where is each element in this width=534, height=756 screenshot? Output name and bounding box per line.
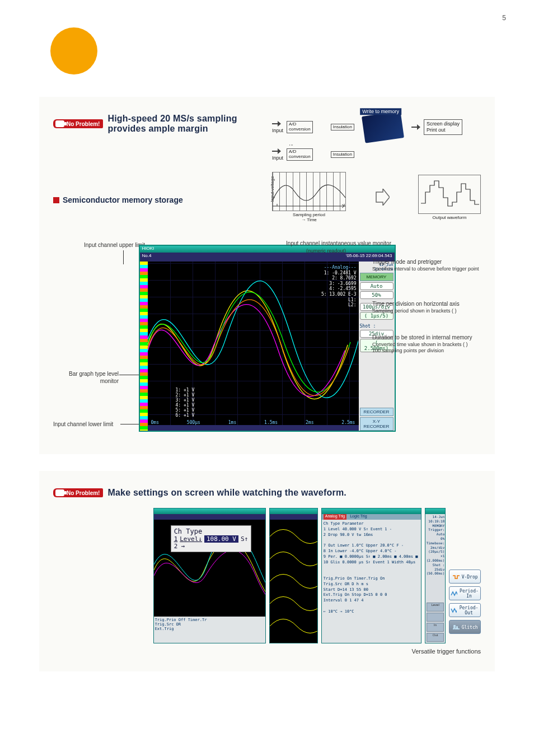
ss-analog-readout: ---Analog--- 1: -0.2481 V2: 8.76923: -3.… — [321, 265, 357, 308]
label-shot: Shot : — [360, 324, 394, 329]
ss-tab-recorder[interactable]: RECORDER — [360, 408, 394, 416]
label-input: Input — [272, 128, 283, 133]
square-bullet-icon — [53, 197, 59, 203]
ss-plot-area: ---Analog--- 1: -0.2481 V2: 8.76923: -3.… — [148, 262, 359, 432]
settings-shot-1: Trig.Prio Off Timer.TrTrig.Src ORExt.Tri… — [153, 508, 266, 643]
btn-period-out[interactable]: Period-Out — [449, 603, 481, 617]
arrow-icon — [272, 121, 281, 127]
anno-duration: Duration to be stored in internal memory… — [372, 334, 501, 354]
trigger-buttons: V-Drop Period-In Period-Out Glitch — [449, 570, 481, 634]
headline-settings: Make settings on screen while watching t… — [107, 488, 346, 498]
box-insulation: Insulation — [331, 151, 354, 158]
arrow-icon — [272, 148, 281, 154]
settings-shot-4: 14-Jun 10:19:18MEMORYTrigger:Auto0%Timeb… — [425, 508, 446, 643]
anno-time-div: Time per division on horizontal axis Sam… — [372, 301, 490, 314]
label-input: Input — [272, 155, 283, 161]
page-number: 5 — [0, 0, 534, 22]
box-ad-conversion: A/D conversion — [287, 148, 313, 161]
pill-trigger-mode[interactable]: Auto — [360, 282, 394, 290]
ss-header: No.4 '05-06-15 22:69:04.543 — [140, 253, 395, 262]
box-ad-conversion: A/D conversion — [287, 121, 313, 133]
pill-pretrigger[interactable]: 50% — [360, 291, 394, 299]
settings-screenshots-row: Trig.Prio Off Timer.TrTrig.Src ORExt.Tri… — [53, 508, 481, 643]
box-output: Screen display Print out — [424, 119, 462, 135]
headline-sampling: High-speed 20 MS/s sampling provides amp… — [107, 114, 262, 134]
chtype-popup[interactable]: Ch Type 1 Level↓ 108.00 V S↑ 2 → — [171, 525, 252, 552]
section-settings: No Problem! Make settings on screen whil… — [39, 471, 495, 671]
section-sampling: No Problem! High-speed 20 MS/s sampling … — [39, 97, 495, 454]
anno-upper-limit: Input channel upper limit — [84, 242, 145, 249]
camera-icon — [55, 489, 64, 496]
output-waveform-diagram — [418, 175, 481, 214]
anno-instant: Input channel instantaneous value monito… — [286, 240, 391, 248]
subheading-memory: Semiconductor memory storage — [63, 195, 183, 204]
anno-numeric-readout: (numeric readout) — [306, 248, 346, 254]
ss-tab-xy[interactable]: X-Y RECORDER — [360, 417, 394, 431]
oscilloscope-screenshot: HIOKI No.4 '05-06-15 22:69:04.543 — [139, 245, 396, 432]
arrow-icon — [411, 124, 420, 130]
ss-xaxis-ticks: 0ms500µs1ms1.5ms2ms2.5ms — [148, 420, 359, 425]
caption-trigger-functions: Versatile trigger functions — [53, 648, 481, 655]
label-write-memory: Write to memory — [360, 108, 401, 115]
ss-tab-memory[interactable]: MEMORY — [360, 273, 394, 281]
label-output-waveform: Output waveform — [418, 215, 481, 220]
box-insulation: Insulation — [331, 124, 354, 131]
anno-trigger: Trigger mode and pretrigger Specifies in… — [372, 259, 484, 272]
vertical-dots-icon: ⋮ — [289, 143, 294, 148]
label-sampling-period: Sampling period → Time — [272, 212, 346, 222]
sampling-diagram — [272, 172, 346, 211]
btn-glitch[interactable]: Glitch — [449, 620, 481, 634]
settings-shot-2 — [269, 508, 318, 643]
no-problem-badge: No Problem! — [53, 119, 103, 128]
anno-bar-graph: Bar graph type level monitor — [65, 371, 119, 385]
ss-voltage-block: 1: +1 V2: +1 V3: +1 V4: +1 V5: +1 V6: +1… — [176, 388, 195, 418]
annotated-screenshot: Input channel upper limit Bar graph type… — [53, 245, 481, 432]
arrow-icon — [375, 189, 390, 206]
camera-icon — [55, 120, 64, 127]
block-diagram: Input A/D conversion Insulation Write to… — [272, 114, 481, 222]
btn-period-in[interactable]: Period-In — [449, 586, 481, 600]
decorative-circle — [50, 27, 97, 74]
btn-vdrop[interactable]: V-Drop — [449, 570, 481, 584]
no-problem-badge: No Problem! — [53, 488, 103, 497]
memory-chip-icon: Write to memory — [362, 111, 404, 143]
anno-lower-limit: Input channel lower limit — [53, 421, 120, 428]
ss-level-bars — [140, 262, 148, 432]
settings-shot-3: Analog Trig Logic Trig Ch Type Parameter… — [321, 508, 421, 643]
